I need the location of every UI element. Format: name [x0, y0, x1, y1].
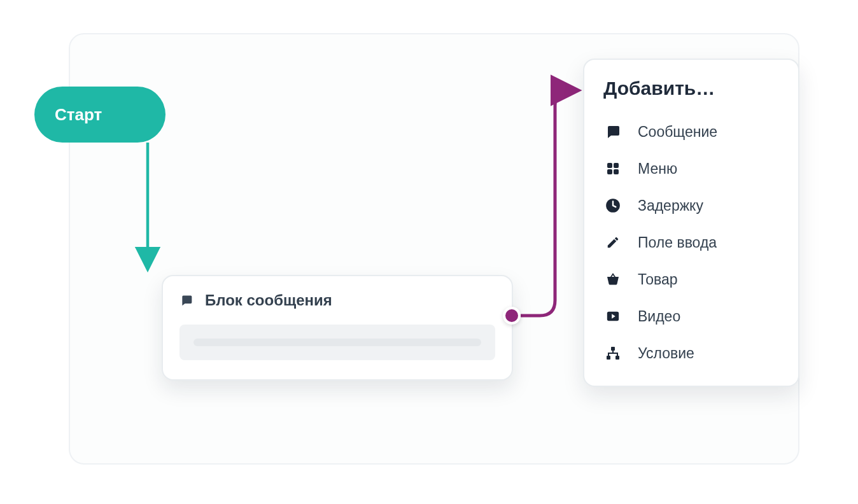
clock-icon	[603, 196, 622, 215]
start-node[interactable]: Старт	[34, 87, 165, 143]
add-item-label: Поле ввода	[638, 234, 717, 251]
svg-rect-3	[614, 169, 619, 174]
start-node-label: Старт	[55, 105, 102, 125]
add-item-label: Видео	[638, 308, 680, 325]
add-item-input-field[interactable]: Поле ввода	[603, 224, 779, 261]
basket-icon	[603, 270, 622, 289]
svg-rect-7	[607, 356, 610, 360]
sitemap-icon	[603, 344, 622, 363]
message-block-node[interactable]: Блок сообщения	[162, 275, 513, 381]
message-icon	[603, 122, 622, 141]
message-block-header: Блок сообщения	[179, 291, 495, 309]
svg-rect-0	[607, 163, 612, 168]
add-block-panel: Добавить… Сообщение Меню Задержку Поле в…	[583, 59, 799, 387]
add-item-label: Задержку	[638, 197, 703, 214]
svg-rect-2	[607, 169, 612, 174]
svg-rect-6	[611, 347, 615, 351]
placeholder-bar	[193, 339, 481, 346]
grid-icon	[603, 159, 622, 178]
add-item-delay[interactable]: Задержку	[603, 187, 779, 224]
connector-output-port[interactable]	[503, 307, 521, 325]
svg-rect-1	[614, 163, 619, 168]
add-item-condition[interactable]: Условие	[603, 335, 779, 372]
add-item-label: Меню	[638, 160, 677, 178]
svg-rect-8	[615, 356, 619, 360]
video-icon	[603, 307, 622, 326]
add-panel-title: Добавить…	[603, 78, 779, 99]
add-item-product[interactable]: Товар	[603, 261, 779, 298]
message-block-title: Блок сообщения	[205, 291, 332, 309]
pencil-icon	[603, 233, 622, 252]
add-item-label: Сообщение	[638, 123, 717, 141]
add-item-label: Товар	[638, 271, 678, 288]
message-icon	[179, 294, 193, 307]
message-block-content-placeholder[interactable]	[179, 325, 495, 360]
add-item-video[interactable]: Видео	[603, 298, 779, 335]
add-item-message[interactable]: Сообщение	[603, 113, 779, 150]
add-item-menu[interactable]: Меню	[603, 150, 779, 187]
add-item-label: Условие	[638, 345, 694, 362]
